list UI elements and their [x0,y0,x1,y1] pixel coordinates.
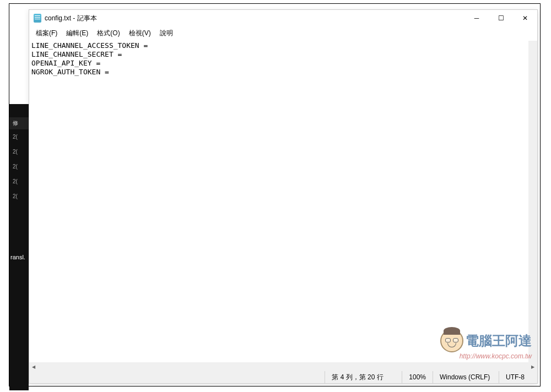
background-header: 修 [9,117,29,129]
scroll-right-icon[interactable]: ▶ [528,362,537,371]
maximize-button[interactable]: ☐ [489,10,513,26]
status-line-ending: Windows (CRLF) [433,371,499,383]
text-line: NGROK_AUTH_TOKEN = [31,68,114,76]
menu-format[interactable]: 格式(O) [93,28,124,39]
menu-help[interactable]: 說明 [155,28,177,39]
text-line: LINE_CHANNEL_SECRET = [31,50,126,58]
menu-edit[interactable]: 編輯(E) [62,28,93,39]
vertical-scrollbar[interactable] [528,41,537,363]
background-item: 2( [9,129,29,144]
background-item: 2( [9,174,29,189]
menu-bar: 檔案(F) 編輯(E) 格式(O) 檢視(V) 說明 [29,26,537,40]
menu-view[interactable]: 檢視(V) [125,28,155,39]
notepad-icon [34,14,41,23]
background-item: 2( [9,189,29,204]
status-bar: 第 4 列，第 20 行 100% Windows (CRLF) UTF-8 [29,371,537,383]
background-item: 2( [9,159,29,174]
text-editor[interactable]: LINE_CHANNEL_ACCESS_TOKEN = LINE_CHANNEL… [29,40,537,362]
status-encoding: UTF-8 [499,371,537,383]
background-label: ransl. [9,253,28,262]
notepad-window: config.txt - 記事本 ─ ☐ ✕ 檔案(F) 編輯(E) 格式(O)… [29,9,538,384]
menu-file[interactable]: 檔案(F) [31,28,62,39]
window-title: config.txt - 記事本 [45,14,97,23]
horizontal-scrollbar[interactable]: ◀ ▶ [29,362,537,371]
outer-frame: ransl. 修 2( 2( 2( 2( 2( config.txt - 記事本… [9,3,541,386]
background-item: 2( [9,144,29,159]
status-zoom: 100% [402,371,433,383]
text-line: LINE_CHANNEL_ACCESS_TOKEN = [31,41,152,50]
close-button[interactable]: ✕ [513,10,537,26]
title-left: config.txt - 記事本 [34,14,97,23]
status-position: 第 4 列，第 20 行 [325,371,402,383]
text-line: OPENAI_API_KEY = [31,59,105,67]
title-bar[interactable]: config.txt - 記事本 ─ ☐ ✕ [29,10,537,26]
minimize-button[interactable]: ─ [464,10,489,26]
scroll-left-icon[interactable]: ◀ [29,362,38,371]
window-controls: ─ ☐ ✕ [464,10,537,26]
background-sidebar: ransl. 修 2( 2( 2( 2( 2( [9,104,29,390]
